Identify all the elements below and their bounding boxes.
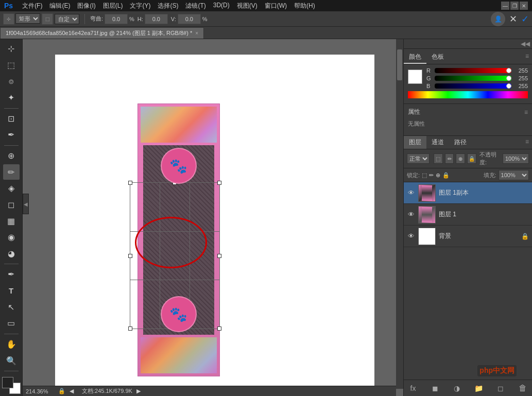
- lock-brush-btn[interactable]: ✏: [429, 172, 434, 179]
- tab-close-button[interactable]: ×: [195, 30, 198, 36]
- add-layer-style-btn[interactable]: fx: [408, 383, 418, 393]
- tool-move[interactable]: ⊹: [3, 41, 20, 57]
- tool-lasso[interactable]: ⌾: [3, 74, 20, 89]
- layers-list: 👁 图层 1副本 👁 图层 1 👁: [404, 182, 532, 380]
- v-input[interactable]: [178, 14, 201, 24]
- tool-heal[interactable]: ⊕: [3, 148, 20, 164]
- tool-zoom[interactable]: 🔍: [3, 353, 20, 368]
- minimize-button[interactable]: —: [501, 2, 509, 10]
- opacity-select[interactable]: 100%: [503, 153, 529, 164]
- handle-middle-left[interactable]: [128, 254, 132, 258]
- menu-text[interactable]: 文字(Y): [127, 1, 153, 11]
- tool-hand[interactable]: ✋: [3, 337, 20, 352]
- layer-item-layer1[interactable]: 👁 图层 1: [404, 204, 532, 226]
- lock-image-btn[interactable]: ✏: [445, 153, 454, 164]
- menu-image[interactable]: 图像(I): [74, 1, 98, 11]
- watermark-text: php中文网: [477, 365, 517, 376]
- vertical-scrollbar[interactable]: [396, 39, 403, 389]
- menu-edit[interactable]: 编辑(E): [46, 1, 73, 11]
- new-group-btn[interactable]: 📁: [474, 383, 484, 393]
- tool-blur[interactable]: ◉: [3, 230, 20, 245]
- layer-item-layer1copy[interactable]: 👁 图层 1副本: [404, 182, 532, 204]
- confirm-transform-button[interactable]: ✓: [521, 13, 529, 25]
- delete-layer-btn[interactable]: 🗑: [518, 383, 528, 393]
- tool-eyedropper[interactable]: ✒: [3, 127, 20, 143]
- cancel-transform-button[interactable]: ✕: [509, 13, 517, 25]
- tool-eraser[interactable]: ◻: [3, 197, 20, 213]
- tool-pen[interactable]: ✒: [3, 267, 20, 282]
- b-slider[interactable]: [435, 83, 511, 89]
- lock-position-btn[interactable]: ⊕: [456, 153, 465, 164]
- menu-file[interactable]: 文件(F): [19, 1, 45, 11]
- paths-tab[interactable]: 路径: [449, 136, 472, 149]
- color-preview-swatch[interactable]: [408, 70, 422, 84]
- menu-window[interactable]: 窗口(W): [262, 1, 290, 11]
- add-mask-btn[interactable]: ◼: [430, 383, 440, 393]
- handle-top-left[interactable]: [128, 181, 132, 185]
- foreground-color-swatch[interactable]: [2, 377, 13, 388]
- collapse-right-icon[interactable]: ◀◀: [521, 40, 530, 47]
- tool-dodge[interactable]: ◕: [3, 246, 20, 262]
- tool-gradient[interactable]: ▦: [3, 213, 20, 229]
- lock-icon-btn[interactable]: ⬚: [422, 172, 427, 179]
- fill-select[interactable]: 100%: [499, 170, 529, 180]
- restore-button[interactable]: ❐: [510, 2, 519, 10]
- b-value: 255: [513, 83, 528, 89]
- layer-visibility-layer1[interactable]: 👁: [407, 211, 415, 219]
- document-tab[interactable]: 1f004a1569d68cfaa850e16e42ea71f.jpg @ 21…: [0, 27, 204, 39]
- swatches-tab[interactable]: 色板: [426, 51, 449, 64]
- arrow-right[interactable]: ▶: [136, 388, 141, 394]
- user-icon[interactable]: 👤: [491, 12, 505, 26]
- tool-marquee[interactable]: ⬚: [3, 58, 20, 73]
- layer-visibility-background[interactable]: 👁: [407, 232, 415, 240]
- transform-icon-btn[interactable]: ⊹: [3, 13, 14, 25]
- bend-input[interactable]: [105, 14, 128, 24]
- color-spectrum[interactable]: [408, 91, 528, 98]
- r-slider[interactable]: [435, 68, 511, 73]
- new-adjustment-btn[interactable]: ◑: [452, 383, 462, 393]
- menu-filter[interactable]: 滤镜(T): [182, 1, 209, 11]
- color-panel-menu[interactable]: ≡: [522, 51, 532, 64]
- lock-move-btn[interactable]: ⊕: [436, 172, 440, 179]
- tool-crop[interactable]: ⊡: [3, 111, 20, 126]
- new-layer-btn[interactable]: ◻: [495, 383, 506, 393]
- lock-all-btn[interactable]: 🔒: [467, 153, 476, 164]
- channels-tab[interactable]: 通道: [426, 136, 449, 149]
- lock-label: 锁定:: [407, 171, 420, 179]
- tool-path-select[interactable]: ↖: [3, 299, 20, 315]
- color-tab[interactable]: 颜色: [404, 51, 426, 64]
- h-label: H:: [138, 16, 143, 22]
- layer-visibility-layer1copy[interactable]: 👁: [407, 189, 415, 197]
- left-panel-collapse[interactable]: ◀: [23, 194, 29, 214]
- warp-select[interactable]: 自定: [55, 14, 79, 24]
- transform2-icon[interactable]: ⬚: [42, 13, 53, 25]
- layers-tab[interactable]: 图层: [404, 136, 426, 149]
- menu-layer[interactable]: 图层(L): [100, 1, 126, 11]
- tool-wand[interactable]: ✦: [3, 90, 20, 106]
- menu-view[interactable]: 视图(V): [234, 1, 261, 11]
- vertical-scroll-thumb[interactable]: [397, 49, 402, 80]
- bend-field: 弯曲: %: [90, 14, 134, 24]
- properties-panel-menu[interactable]: ≡: [524, 109, 528, 116]
- blend-mode-select[interactable]: 正常: [407, 153, 430, 164]
- tool-stamp[interactable]: ◈: [3, 181, 20, 196]
- layer-item-background[interactable]: 👁 背景 🔒: [404, 226, 532, 247]
- menu-3d[interactable]: 3D(D): [210, 1, 233, 11]
- close-button[interactable]: ✕: [520, 2, 528, 10]
- tool-type[interactable]: T: [3, 283, 20, 299]
- lock-all-btn2[interactable]: 🔒: [442, 172, 450, 179]
- tool-shape[interactable]: ▭: [3, 316, 20, 331]
- opacity-label: 不透明度:: [479, 151, 501, 166]
- layers-panel-menu[interactable]: ≡: [522, 136, 532, 149]
- lock-transparent-btn[interactable]: ⬚: [434, 153, 443, 164]
- tool-brush[interactable]: ✏: [3, 164, 20, 180]
- arrow-left[interactable]: ◀: [70, 388, 74, 394]
- h-input[interactable]: [145, 14, 168, 24]
- fill-label: 填充:: [484, 171, 496, 179]
- fg-bg-color[interactable]: [2, 377, 21, 394]
- shape-select[interactable]: 矩形: [15, 13, 40, 24]
- handle-bottom-left[interactable]: [128, 326, 132, 331]
- menu-select[interactable]: 选择(S): [155, 1, 181, 11]
- g-slider[interactable]: [435, 76, 511, 81]
- menu-help[interactable]: 帮助(H): [291, 1, 318, 11]
